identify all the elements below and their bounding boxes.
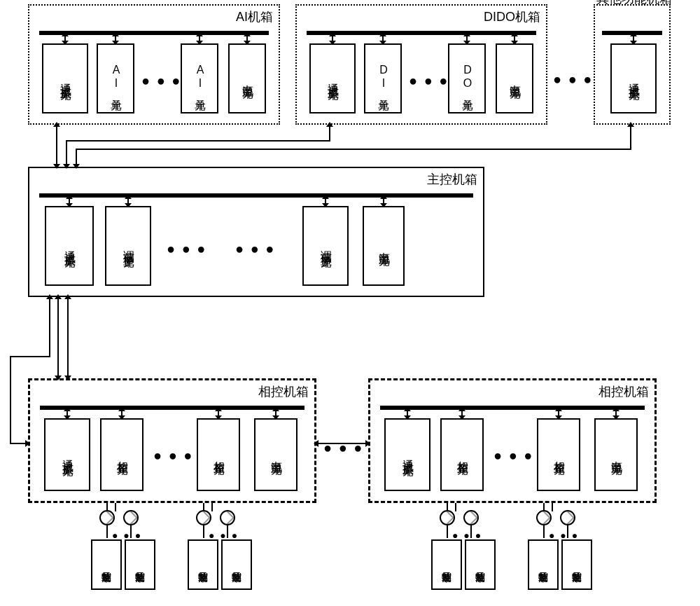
fiber-icon	[99, 510, 115, 525]
link-ctrl: 链节控制单元	[561, 539, 592, 590]
link-ctrl: 链节控制单元	[125, 539, 155, 590]
conn	[447, 525, 448, 538]
link-ctrl: 链节控制单元	[221, 539, 252, 590]
conn	[66, 140, 67, 167]
phase-a-power: 电源单元	[254, 418, 298, 491]
ai-unit-n: AI单元	[181, 43, 218, 113]
chassis-main: 主控机箱 通讯扩展单元 调节保护单元 ● ● ● ● ● ● 调节保护单元 电源…	[28, 167, 484, 297]
di-unit: DI单元	[364, 43, 402, 113]
fiber-icon	[536, 510, 552, 525]
do-unit: DO单元	[448, 43, 486, 113]
fiber-icon	[196, 510, 211, 525]
link-ctrl: 链节控制单元	[528, 539, 559, 590]
phase-b-comm-ext: 通讯扩展单元	[384, 418, 430, 491]
chassis-other-title: 其他功能机箱	[596, 0, 672, 7]
diagram-root: AI机箱 通讯扩展单元 AI单元 ● ● ● AI单元 电源单元 DIDO机箱 …	[0, 0, 700, 606]
arrow-icon	[64, 376, 71, 380]
dido-comm-ext: 通讯扩展单元	[309, 43, 356, 113]
phase-a-unit-1: 相控单元	[100, 418, 144, 491]
conn	[630, 125, 631, 150]
conn	[552, 503, 553, 511]
chassis-phase-b-bus	[380, 406, 645, 410]
conn	[57, 297, 59, 378]
conn	[211, 503, 213, 511]
other-comm-ext: 通讯扩展单元	[610, 43, 657, 113]
chassis-ai-title: AI机箱	[236, 8, 273, 25]
arrow-icon	[55, 294, 62, 299]
conn	[10, 356, 11, 444]
chassis-dido-title: DIDO机箱	[484, 8, 540, 25]
chassis-main-title: 主控机箱	[427, 171, 477, 188]
arrow-icon	[627, 122, 634, 127]
link-ctrl: 链节控制单元	[465, 539, 496, 590]
chassis-dido: DIDO机箱 通讯扩展单元 DI单元 ● ● ● DO单元 电源单元	[295, 4, 547, 125]
conn	[316, 443, 368, 444]
phase-b-power: 电源单元	[594, 418, 638, 491]
conn	[106, 525, 108, 538]
main-comm-ext: 通讯扩展单元	[45, 206, 94, 286]
chassis-phase-a-bus	[40, 406, 304, 410]
phase-b-ellipsis: ● ● ●	[493, 448, 533, 464]
chassis-other: 其他功能机箱 通讯扩展单元	[594, 4, 671, 125]
arrow-icon	[73, 164, 80, 169]
fiber-icon	[123, 510, 139, 525]
link-ctrl: 链节控制单元	[431, 539, 462, 590]
phase-b-unit-n: 相控单元	[537, 418, 580, 491]
chassis-ai-bus	[39, 31, 269, 35]
chassis-phase-a: 相控机箱 通讯扩展单元 相控单元 ● ● ● 相控单元 电源单元	[28, 378, 316, 503]
fiber-icon	[440, 510, 455, 525]
conn	[76, 149, 631, 150]
arrow-icon	[53, 122, 60, 127]
phase-a-ellipsis: ● ● ●	[153, 448, 193, 464]
chassis-main-bus	[39, 193, 473, 198]
arrow-icon	[55, 376, 62, 380]
fiber-icon	[560, 510, 575, 525]
phase-b-unit-1: 相控单元	[440, 418, 484, 491]
ai-power: 电源单元	[228, 43, 266, 113]
link-ctrl: 链节控制单元	[188, 539, 218, 590]
arrow-icon	[314, 440, 318, 447]
conn	[455, 503, 456, 511]
chassis-dido-bus	[307, 31, 536, 35]
main-ellipsis-1: ● ● ●	[167, 241, 206, 257]
ai-ellipsis: ● ● ●	[141, 73, 181, 89]
conn	[543, 525, 545, 538]
main-ellipsis-2: ● ● ●	[235, 241, 275, 257]
conn	[115, 503, 116, 511]
link-ctrl: 链节控制单元	[91, 539, 122, 590]
conn	[329, 125, 330, 142]
dido-ellipsis: ● ● ●	[409, 73, 449, 89]
arrow-icon	[25, 440, 30, 447]
conn	[203, 525, 204, 538]
ai-comm-ext: 通讯扩展单元	[42, 43, 88, 113]
arrow-icon	[46, 294, 53, 299]
top-ellipsis: ● ● ●	[553, 71, 593, 88]
chassis-phase-a-title: 相控机箱	[258, 383, 309, 400]
arrow-icon	[63, 164, 70, 169]
main-power: 电源单元	[363, 206, 405, 286]
main-regprot-n: 调节保护单元	[302, 206, 349, 286]
dido-power: 电源单元	[496, 43, 533, 113]
fiber-icon	[220, 510, 235, 525]
phase-a-comm-ext: 通讯扩展单元	[44, 418, 90, 491]
chassis-ai: AI机箱 通讯扩展单元 AI单元 ● ● ● AI单元 电源单元	[28, 4, 280, 125]
chassis-phase-b: 相控机箱 通讯扩展单元 相控单元 ● ● ● 相控单元 电源单元	[368, 378, 657, 503]
conn	[10, 356, 50, 357]
conn	[49, 297, 50, 357]
arrow-icon	[64, 294, 71, 299]
arrow-icon	[365, 440, 370, 447]
conn	[67, 297, 69, 378]
conn	[66, 140, 330, 142]
chassis-phase-b-title: 相控机箱	[598, 383, 649, 400]
arrow-icon	[53, 164, 60, 169]
phase-a-unit-n: 相控单元	[197, 418, 240, 491]
fiber-icon	[463, 510, 479, 525]
arrow-icon	[326, 122, 333, 127]
conn	[56, 125, 57, 167]
main-regprot-1: 调节保护单元	[105, 206, 151, 286]
ai-unit-1: AI单元	[97, 43, 134, 113]
